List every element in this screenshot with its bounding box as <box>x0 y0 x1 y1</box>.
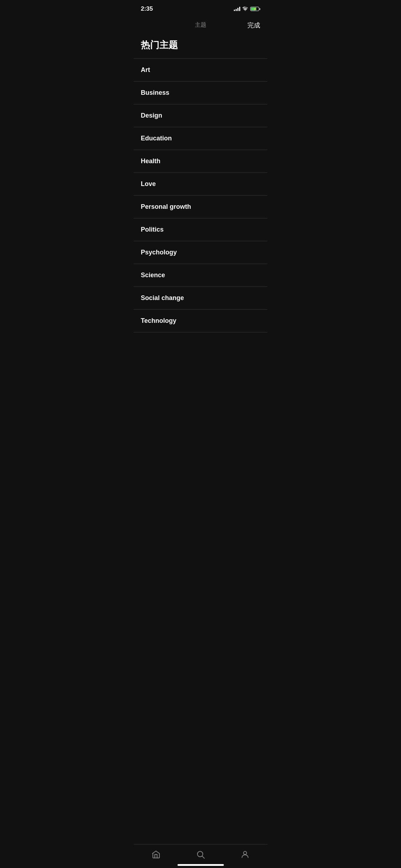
list-item[interactable]: Design <box>134 104 267 127</box>
list-item-label: Health <box>141 157 160 165</box>
page-title: 热门主题 <box>134 33 267 58</box>
list-item-label: Personal growth <box>141 203 191 211</box>
list-item-label: Design <box>141 112 162 119</box>
list-item[interactable]: Social change <box>134 287 267 310</box>
list-item-label: Technology <box>141 317 176 325</box>
list-item[interactable]: Business <box>134 82 267 104</box>
list-item-label: Business <box>141 89 169 97</box>
list-item[interactable]: Health <box>134 150 267 173</box>
list-item-label: Social change <box>141 294 184 302</box>
topics-list: ArtBusinessDesignEducationHealthLovePers… <box>134 59 267 368</box>
list-item-label: Psychology <box>141 249 177 256</box>
list-item[interactable]: Art <box>134 59 267 82</box>
list-item-label: Art <box>141 66 150 74</box>
nav-title: 主题 <box>195 21 206 29</box>
signal-icon <box>234 7 240 11</box>
status-bar: 2:35 ⚡ <box>134 0 267 16</box>
list-item[interactable]: Psychology <box>134 241 267 264</box>
list-item[interactable]: Technology <box>134 310 267 332</box>
list-item[interactable]: Education <box>134 127 267 150</box>
list-item[interactable]: Science <box>134 264 267 287</box>
list-item[interactable]: Love <box>134 173 267 196</box>
wifi-icon <box>242 7 248 11</box>
list-item[interactable]: Personal growth <box>134 196 267 218</box>
status-time: 2:35 <box>141 5 153 12</box>
list-item-label: Science <box>141 272 165 279</box>
list-item-label: Politics <box>141 226 164 233</box>
nav-header: 主题 完成 <box>134 17 267 33</box>
list-item[interactable]: Politics <box>134 218 267 241</box>
done-button[interactable]: 完成 <box>247 21 260 30</box>
list-item-label: Love <box>141 180 156 188</box>
list-item-label: Education <box>141 135 172 142</box>
battery-icon: ⚡ <box>250 7 260 11</box>
status-icons: ⚡ <box>234 7 260 11</box>
